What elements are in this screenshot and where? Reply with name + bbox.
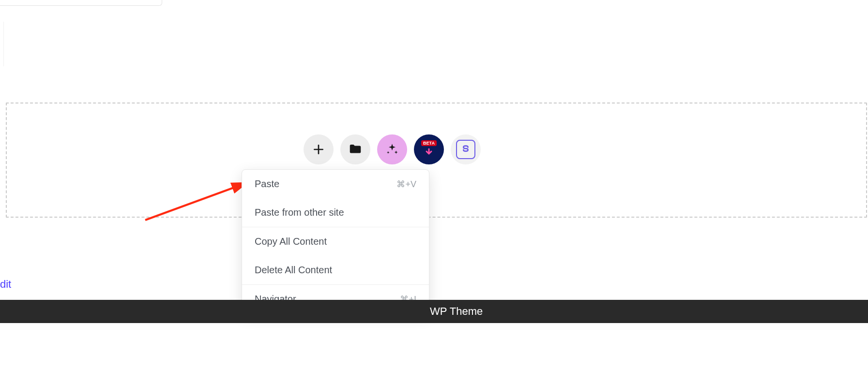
folder-icon bbox=[348, 142, 363, 157]
menu-label: Delete All Content bbox=[255, 265, 332, 276]
s-plugin-button[interactable] bbox=[451, 134, 481, 164]
footer-bar: WP Theme bbox=[0, 300, 868, 323]
menu-label: Paste from other site bbox=[255, 207, 344, 218]
add-section-toolbar: BETA bbox=[304, 134, 481, 164]
beta-badge: BETA bbox=[421, 140, 437, 146]
top-input-remnant bbox=[0, 0, 162, 6]
plus-icon bbox=[312, 143, 325, 156]
download-icon bbox=[423, 147, 435, 159]
menu-shortcut: ⌘+V bbox=[396, 179, 416, 190]
folder-button[interactable] bbox=[340, 134, 370, 164]
edit-link-fragment[interactable]: dit bbox=[0, 278, 11, 291]
menu-item-paste[interactable]: Paste ⌘+V bbox=[242, 170, 429, 198]
menu-label: Copy All Content bbox=[255, 236, 327, 247]
s-icon bbox=[456, 140, 475, 159]
context-menu: Paste ⌘+V Paste from other site Copy All… bbox=[242, 169, 429, 314]
menu-label: Paste bbox=[255, 178, 279, 190]
ai-sparkle-button[interactable] bbox=[377, 134, 407, 164]
footer-text: WP Theme bbox=[430, 305, 483, 318]
menu-item-copy-all[interactable]: Copy All Content bbox=[242, 227, 429, 256]
left-panel-edge bbox=[0, 22, 4, 66]
add-element-button[interactable] bbox=[304, 134, 334, 164]
sparkle-icon bbox=[385, 143, 399, 156]
menu-item-delete-all[interactable]: Delete All Content bbox=[242, 256, 429, 284]
beta-import-button[interactable]: BETA bbox=[414, 134, 444, 164]
menu-item-paste-from-site[interactable]: Paste from other site bbox=[242, 198, 429, 227]
